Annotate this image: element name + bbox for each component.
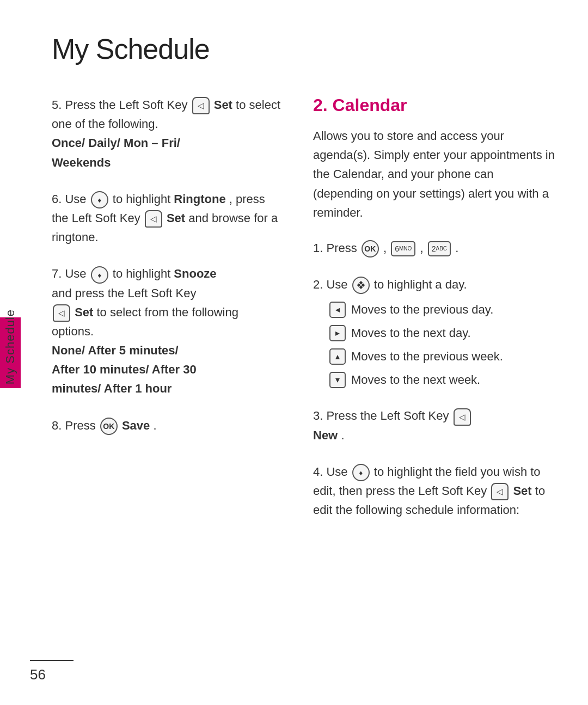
item-6-ringtone: Ringtone [174, 192, 225, 206]
item-6-text1: to highlight [113, 192, 174, 206]
nav-updown-icon-7: ⬧ [91, 266, 108, 284]
item-5-options: Once/ Daily/ Mon – Fri/Weekends [52, 136, 180, 169]
left-column: 5. Press the Left Soft Key ◁ Set to sele… [52, 95, 280, 672]
next-day-label: Moves to the next day. [351, 324, 471, 342]
ok-key-icon-8: OK [100, 418, 118, 435]
num6-key: 6MNO [391, 241, 415, 256]
item-7-number: 7. Use [52, 267, 90, 280]
list-item-8: 8. Press OK Save . [52, 416, 280, 435]
page-footer: 56 [30, 660, 588, 683]
nav-directions-icon: ❖ [352, 277, 370, 294]
left-soft-key-icon-3: ◁ [454, 408, 471, 426]
sidebar: My Schedule [0, 0, 21, 705]
num2-key: 2ABC [428, 241, 451, 256]
nav-updown-icon-6: ⬧ [91, 191, 108, 209]
item-8-period: . [153, 419, 156, 432]
nav-sub-items: ◂ Moves to the previous day. ▸ Moves to … [329, 301, 555, 389]
next-day-icon: ▸ [329, 325, 346, 341]
right-list-item-2: 2. Use ❖ to highlight a day. ◂ Moves to … [313, 275, 555, 389]
prev-day-icon: ◂ [329, 302, 346, 318]
item-7-text2: and press the Left Soft Key [52, 286, 196, 300]
right-item-2-text2: to highlight a day. [374, 278, 467, 291]
right-list-item-4: 4. Use ⬧ to highlight the field you wish… [313, 462, 555, 520]
nav-sub-prev-week: ▴ Moves to the previous week. [329, 347, 555, 365]
prev-week-icon: ▴ [329, 348, 346, 365]
next-week-label: Moves to the next week. [351, 371, 480, 389]
left-soft-key-icon-5: ◁ [192, 97, 210, 114]
left-soft-key-icon-7: ◁ [53, 304, 70, 322]
prev-day-label: Moves to the previous day. [351, 301, 493, 318]
item-7-set: Set [75, 305, 93, 319]
item-8-save: Save [122, 419, 150, 432]
section-title: Calendar [333, 95, 407, 115]
footer-line [30, 660, 74, 661]
sidebar-label: My Schedule [3, 309, 17, 384]
right-item-1-comma2: , [420, 241, 426, 255]
right-item-4-text1: 4. Use [313, 465, 351, 479]
right-item-1-period: . [455, 241, 458, 255]
item-5-number: 5. Press the Left Soft Key [52, 98, 191, 112]
right-list-item-3: 3. Press the Left Soft Key ◁ New . [313, 406, 555, 444]
list-item-6: 6. Use ⬧ to highlight Ringtone , press t… [52, 189, 280, 247]
right-item-3-new: New [313, 428, 338, 442]
ok-key-right-1: OK [362, 240, 379, 258]
section-heading: 2. Calendar [313, 95, 555, 115]
two-column-layout: 5. Press the Left Soft Key ◁ Set to sele… [52, 95, 555, 672]
item-7-snooze: Snooze [174, 267, 216, 280]
right-item-1-comma: , [383, 241, 390, 255]
right-item-1-text: 1. Press [313, 241, 360, 255]
nav-sub-next-day: ▸ Moves to the next day. [329, 324, 555, 342]
item-6-number: 6. Use [52, 192, 90, 206]
list-item-7: 7. Use ⬧ to highlight Snooze and press t… [52, 264, 280, 398]
page-title: My Schedule [52, 33, 555, 65]
right-item-3-text1: 3. Press the Left Soft Key [313, 409, 452, 422]
right-item-3-period: . [341, 428, 344, 442]
left-soft-key-icon-4: ◁ [491, 483, 509, 500]
item-7-options: None/ After 5 minutes/After 10 minutes/ … [52, 344, 197, 395]
right-item-4-set: Set [513, 484, 531, 498]
list-item-5: 5. Press the Left Soft Key ◁ Set to sele… [52, 95, 280, 172]
section-intro: Allows you to store and access your agen… [313, 126, 555, 222]
right-list-item-1: 1. Press OK , 6MNO , 2ABC . [313, 238, 555, 258]
next-week-icon: ▾ [329, 372, 346, 388]
nav-updown-icon-4: ⬧ [352, 464, 370, 481]
item-6-set: Set [167, 211, 185, 225]
nav-sub-prev-day: ◂ Moves to the previous day. [329, 301, 555, 318]
item-8-number: 8. Press [52, 419, 99, 432]
main-content: My Schedule 5. Press the Left Soft Key ◁… [30, 0, 588, 705]
right-item-2-text1: 2. Use [313, 278, 351, 291]
section-number: 2. [313, 95, 328, 115]
right-column: 2. Calendar Allows you to store and acce… [313, 95, 555, 672]
prev-week-label: Moves to the previous week. [351, 347, 503, 365]
left-soft-key-icon-6: ◁ [145, 210, 162, 228]
item-7-text1: to highlight [113, 267, 174, 280]
nav-sub-next-week: ▾ Moves to the next week. [329, 371, 555, 389]
page-number: 56 [30, 666, 588, 683]
item-5-set: Set [214, 98, 232, 112]
